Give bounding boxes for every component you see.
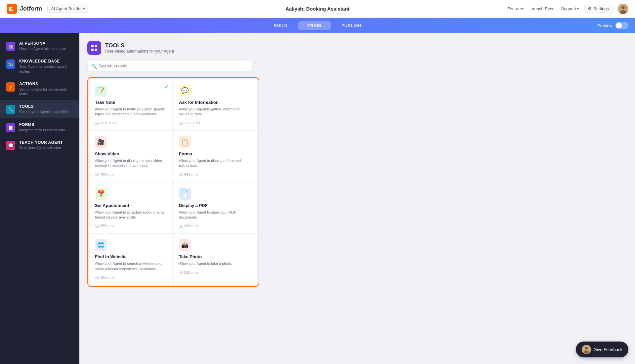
runs-chart-icon: 📊 xyxy=(95,224,99,228)
search-wrapper: 🔍 xyxy=(87,60,627,72)
runs-chart-icon: 📊 xyxy=(95,173,99,176)
ask-info-title: Ask for Information xyxy=(179,100,252,105)
tools-page-icon xyxy=(87,41,101,55)
support-button[interactable]: Support ▾ xyxy=(561,6,579,11)
header-right: Features Launch Event Support ▾ ⚙ Settin… xyxy=(507,4,628,14)
chevron-down-icon: ▾ xyxy=(83,7,85,11)
give-feedback-label: Give Feedback xyxy=(594,347,622,352)
tool-card-ask-info[interactable]: 💬 Ask for Information Allow your Agent t… xyxy=(173,79,257,131)
ask-info-icon: 💬 xyxy=(179,85,191,97)
tools-page-title: TOOLS xyxy=(105,42,174,49)
logo[interactable]: Jotform xyxy=(7,4,42,14)
feedback-avatar xyxy=(582,345,591,354)
gear-icon: ⚙ xyxy=(588,6,592,11)
ask-info-runs: 📊 2392 runs xyxy=(179,121,252,125)
tab-bar: BUILD TRAIN PUBLISH Preview xyxy=(0,18,635,33)
forms-card-title: Forms xyxy=(179,151,252,156)
give-feedback-button[interactable]: Give Feedback xyxy=(576,342,628,357)
user-avatar[interactable] xyxy=(618,4,628,14)
features-link[interactable]: Features xyxy=(507,6,524,11)
svg-rect-0 xyxy=(7,4,17,14)
display-pdf-icon: 📄 xyxy=(179,188,191,200)
display-pdf-runs: 📊 468 runs xyxy=(179,224,252,228)
search-icon: 🔍 xyxy=(91,63,97,69)
tab-build[interactable]: BUILD xyxy=(265,21,297,30)
tool-card-find-website[interactable]: 🌐 Find in Website Allow your Agent to se… xyxy=(89,233,173,285)
sidebar-title-teach-agent: TEACH YOUR AGENT xyxy=(19,140,63,145)
tools-page-subtitle: Rule-based automations for your Agent xyxy=(105,49,174,54)
svg-rect-5 xyxy=(95,45,97,47)
ask-info-desc: Allow your Agent to gather information, … xyxy=(179,107,252,117)
show-video-runs: 📊 786 runs xyxy=(95,173,168,177)
settings-button[interactable]: ⚙ Settings xyxy=(584,5,613,13)
svg-point-9 xyxy=(585,347,588,349)
sidebar-sub-actions: Set conditions for replies and tasks xyxy=(19,87,73,97)
chevron-down-icon: ▾ xyxy=(577,7,579,11)
launch-event-link[interactable]: Launch Event xyxy=(529,6,556,11)
runs-chart-icon: 📊 xyxy=(179,173,183,176)
find-website-runs: 📊 361 runs xyxy=(95,275,168,279)
preview-label: Preview xyxy=(597,23,613,28)
take-photo-runs: 📊 210 runs xyxy=(179,270,252,274)
runs-chart-icon: 📊 xyxy=(179,270,183,274)
sidebar-item-knowledge-base[interactable]: 📚 KNOWLEDGE BASE Train Agent for context… xyxy=(0,55,79,78)
runs-chart-icon: 📊 xyxy=(179,224,183,228)
ai-persona-icon: 🤖 xyxy=(6,42,15,51)
tool-card-set-appointment[interactable]: 📅 Set Appointment Allow your Agent to sc… xyxy=(89,182,173,234)
find-website-title: Find in Website xyxy=(95,254,168,259)
set-appointment-title: Set Appointment xyxy=(95,203,168,208)
preview-area: Preview xyxy=(597,22,628,29)
checkmark-icon: ✓ xyxy=(164,84,168,90)
show-video-title: Show Video xyxy=(95,151,168,156)
sidebar-title-knowledge-base: KNOWLEDGE BASE xyxy=(19,59,73,63)
take-photo-icon: 📸 xyxy=(179,239,191,251)
set-appointment-runs: 📊 555 runs xyxy=(95,224,168,228)
tab-publish[interactable]: PUBLISH xyxy=(332,21,371,30)
svg-rect-4 xyxy=(91,45,94,47)
actions-icon: ⚡ xyxy=(6,82,15,92)
tool-card-take-photo[interactable]: 📸 Take Photo Allow your Agent to take a … xyxy=(173,233,257,285)
sidebar-item-forms[interactable]: 📋 FORMS Integrate form to collect data xyxy=(0,118,79,136)
tab-train[interactable]: TRAIN xyxy=(298,21,331,30)
svg-rect-7 xyxy=(95,49,97,51)
teach-agent-icon: 💬 xyxy=(6,141,15,150)
take-note-runs: 📊 3019 runs xyxy=(95,121,168,125)
forms-card-runs: 📊 663 runs xyxy=(179,173,252,177)
main-layout: 🤖 AI PERSONA How the Agent talks and act… xyxy=(0,33,635,364)
tool-card-forms[interactable]: 📋 Forms Allow your Agent to display a fo… xyxy=(173,131,257,182)
preview-toggle[interactable] xyxy=(615,22,628,29)
sidebar-sub-teach-agent: Train your Agent with chat xyxy=(19,145,63,150)
runs-chart-icon: 📊 xyxy=(95,276,99,279)
tool-card-display-pdf[interactable]: 📄 Display a PDF Allow your Agent to show… xyxy=(173,182,257,234)
tool-card-show-video[interactable]: 🎥 Show Video Allow your Agent to display… xyxy=(89,131,173,182)
page-header: TOOLS Rule-based automations for your Ag… xyxy=(87,41,627,55)
tool-card-take-note[interactable]: ✓ 📝 Take Note Allow your Agent to notify… xyxy=(89,79,173,131)
agent-builder-button[interactable]: AI Agent Builder ▾ xyxy=(47,5,88,13)
forms-card-desc: Allow your Agent to display a form and c… xyxy=(179,158,252,169)
sidebar-sub-tools: Extend your Agent's capabilities xyxy=(19,109,70,114)
forms-icon: 📋 xyxy=(6,123,15,132)
find-website-desc: Allow your Agent to search a website and… xyxy=(95,261,168,271)
take-photo-title: Take Photo xyxy=(179,254,252,259)
app-header: Jotform AI Agent Builder ▾ Aaliyah: Book… xyxy=(0,0,635,18)
display-pdf-desc: Allow your Agent to show your PDF docume… xyxy=(179,210,252,220)
sidebar-item-actions[interactable]: ⚡ ACTIONS Set conditions for replies and… xyxy=(0,78,79,101)
tab-group: BUILD TRAIN PUBLISH xyxy=(265,21,371,30)
sidebar-title-tools: TOOLS xyxy=(19,104,70,109)
sidebar-title-actions: ACTIONS xyxy=(19,82,73,86)
sidebar-item-teach-agent[interactable]: 💬 TEACH YOUR AGENT Train your Agent with… xyxy=(0,136,79,154)
set-appointment-desc: Allow your Agent to schedule appointment… xyxy=(95,210,168,220)
svg-rect-6 xyxy=(91,49,94,51)
sidebar-item-tools[interactable]: 🔧 TOOLS Extend your Agent's capabilities xyxy=(0,100,79,118)
search-input[interactable] xyxy=(87,60,253,72)
sidebar-sub-forms: Integrate form to collect data xyxy=(19,128,65,132)
take-note-icon: 📝 xyxy=(95,85,107,97)
tools-cards-container: ✓ 📝 Take Note Allow your Agent to notify… xyxy=(87,77,259,287)
sidebar-item-ai-persona[interactable]: 🤖 AI PERSONA How the Agent talks and act… xyxy=(0,37,79,55)
tools-cards-grid: ✓ 📝 Take Note Allow your Agent to notify… xyxy=(89,79,257,285)
sidebar-sub-ai-persona: How the Agent talks and acts xyxy=(19,46,66,51)
show-video-desc: Allow your Agent to display relevant vid… xyxy=(95,158,168,169)
sidebar-title-forms: FORMS xyxy=(19,122,65,127)
sidebar-sub-knowledge-base: Train Agent for context aware replies xyxy=(19,64,73,74)
take-note-desc: Allow your Agent to notify you when spec… xyxy=(95,107,168,117)
